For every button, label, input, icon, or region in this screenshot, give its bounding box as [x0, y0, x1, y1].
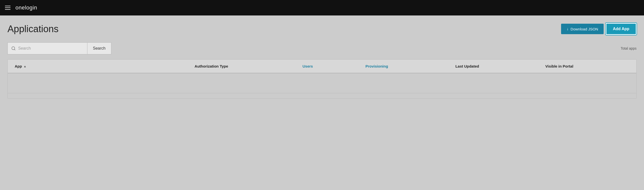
- main-content: Applications ↓ Download JSON Add App Sea…: [0, 16, 644, 190]
- search-icon: [11, 46, 16, 51]
- col-provisioning-label: Provisioning: [366, 64, 388, 68]
- page-header: Applications ↓ Download JSON Add App: [8, 23, 636, 35]
- search-button[interactable]: Search: [87, 42, 111, 54]
- col-users-label: Users: [302, 64, 313, 68]
- search-input-wrapper: [8, 42, 87, 54]
- top-navigation: onelogin: [0, 0, 644, 16]
- total-apps-label: Total apps: [620, 46, 636, 50]
- hamburger-menu-icon[interactable]: [5, 6, 10, 10]
- col-auth-type-label: Authorization Type: [194, 64, 228, 68]
- table-empty-row: [8, 73, 636, 93]
- col-header-app[interactable]: App ▲: [12, 60, 192, 73]
- table-body: [8, 73, 636, 98]
- svg-line-1: [14, 49, 15, 50]
- search-input[interactable]: [18, 46, 84, 51]
- header-actions: ↓ Download JSON Add App: [561, 23, 636, 35]
- col-visible-label: Visible in Portal: [546, 64, 573, 68]
- col-header-authorization-type[interactable]: Authorization Type: [192, 60, 299, 73]
- applications-table: App ▲ Authorization Type Users Provision…: [8, 59, 636, 98]
- col-header-users[interactable]: Users: [300, 60, 362, 73]
- download-json-label: Download JSON: [570, 27, 598, 31]
- col-last-updated-label: Last Updated: [456, 64, 479, 68]
- col-header-visible-in-portal[interactable]: Visible in Portal: [542, 60, 632, 73]
- page-title: Applications: [8, 24, 58, 34]
- download-icon: ↓: [566, 27, 568, 31]
- col-header-provisioning[interactable]: Provisioning: [362, 60, 452, 73]
- add-app-button[interactable]: Add App: [606, 23, 636, 35]
- col-app-label: App: [15, 64, 22, 68]
- col-header-last-updated[interactable]: Last Updated: [452, 60, 542, 73]
- search-area: Search Total apps: [8, 42, 636, 54]
- sort-arrow-app: ▲: [24, 65, 26, 68]
- table-header: App ▲ Authorization Type Users Provision…: [8, 60, 636, 73]
- download-json-button[interactable]: ↓ Download JSON: [561, 24, 604, 34]
- brand-logo: onelogin: [16, 5, 37, 11]
